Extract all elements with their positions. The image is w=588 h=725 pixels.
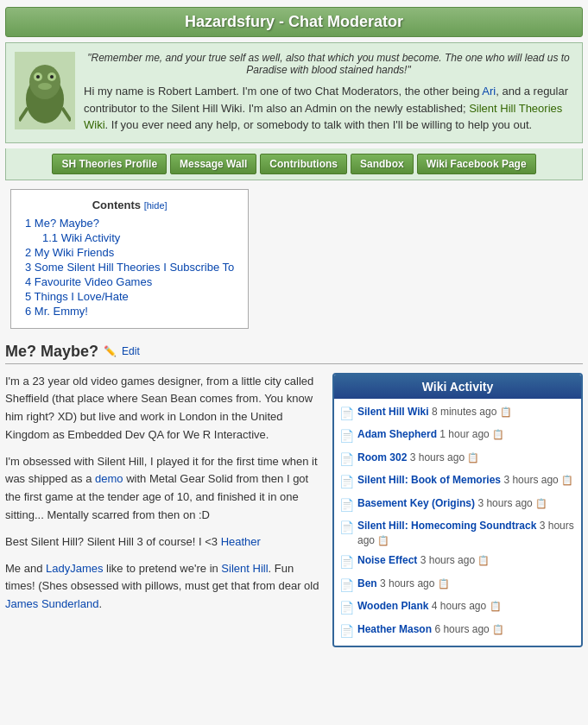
avatar <box>15 52 75 129</box>
list-item: 6 Mr. Emmy! <box>25 305 234 318</box>
list-item: 4 Favourite Video Games <box>25 275 234 288</box>
ari-link[interactable]: Ari <box>482 85 496 98</box>
para1: I'm a 23 year old video games designer, … <box>5 373 322 444</box>
contents-link-3[interactable]: 3 Some Silent Hill Theories I Subscribe … <box>25 261 234 274</box>
activity-link[interactable]: Silent Hill Wiki <box>357 406 429 418</box>
message-wall-button[interactable]: Message Wall <box>170 154 256 174</box>
activity-item: 📄 Silent Hill: Homecoming Soundtrack 3 h… <box>339 516 576 551</box>
para3: Best Silent Hill? Silent Hill 3 of cours… <box>5 533 322 552</box>
edit-icon: 📄 <box>339 577 354 595</box>
ladyjames-link[interactable]: LadyJames <box>46 562 103 575</box>
contents-title: Contents [hide] <box>25 199 234 211</box>
activity-item: 📄 Adam Shepherd 1 hour ago 📋 <box>339 425 576 448</box>
wiki-facebook-button[interactable]: Wiki Facebook Page <box>417 154 536 174</box>
activity-header: Wiki Activity <box>334 375 581 399</box>
list-item: 5 Things I Love/Hate <box>25 290 234 303</box>
contents-link-1-1[interactable]: 1.1 Wiki Activity <box>42 231 120 244</box>
list-item: 2 My Wiki Friends <box>25 246 234 259</box>
svg-point-6 <box>38 83 52 90</box>
edit-icon: 📄 <box>339 623 354 640</box>
contents-link-2[interactable]: 2 My Wiki Friends <box>25 246 114 259</box>
contents-hide-link[interactable]: [hide] <box>144 200 168 211</box>
activity-link[interactable]: Room 302 <box>357 451 407 463</box>
bio-section: "Remember me, and your true self as well… <box>5 42 583 143</box>
sandbox-button[interactable]: Sandbox <box>351 154 414 174</box>
activity-item: 📄 Room 302 3 hours ago 📋 <box>339 448 576 471</box>
activity-link[interactable]: Adam Shepherd <box>357 428 437 440</box>
activity-item: 📄 Wooden Plank 4 hours ago 📋 <box>339 596 576 620</box>
svg-point-4 <box>36 75 40 79</box>
list-item: 1 Me? Maybe? <box>25 217 234 230</box>
activity-link[interactable]: Basement Key (Origins) <box>357 497 475 509</box>
sh-theories-profile-button[interactable]: SH Theories Profile <box>52 154 167 174</box>
activity-link[interactable]: Wooden Plank <box>357 600 428 612</box>
page-header: Hazardsfury - Chat Moderator <box>5 7 583 37</box>
contents-link-5[interactable]: 5 Things I Love/Hate <box>25 290 129 303</box>
list-item: 3 Some Silent Hill Theories I Subscribe … <box>25 261 234 274</box>
activity-box: Wiki Activity 📄 Silent Hill Wiki 8 minut… <box>332 373 583 648</box>
bio-body: Hi my name is Robert Lambert. I'm one of… <box>84 83 573 134</box>
edit-icon: 📄 <box>339 497 354 514</box>
two-col-layout: I'm a 23 year old video games designer, … <box>5 373 583 648</box>
edit-icon: 📄 <box>339 554 354 571</box>
list-item: 1.1 Wiki Activity <box>25 231 234 244</box>
edit-icon: 📄 <box>339 428 354 445</box>
activity-item: 📄 Ben 3 hours ago 📋 <box>339 574 576 597</box>
svg-line-7 <box>19 108 28 121</box>
edit-icon: 📄 <box>339 520 354 537</box>
activity-item: 📄 Basement Key (Origins) 3 hours ago 📋 <box>339 494 576 517</box>
para4: Me and LadyJames like to pretend we're i… <box>5 560 322 614</box>
contents-link-1[interactable]: 1 Me? Maybe? <box>25 217 99 230</box>
activity-link[interactable]: Silent Hill: Book of Memories <box>357 474 501 486</box>
contents-box: Contents [hide] 1 Me? Maybe? 1.1 Wiki Ac… <box>10 189 249 329</box>
pencil-icon: ✏️ <box>104 345 117 357</box>
bio-quote: "Remember me, and your true self as well… <box>84 52 573 76</box>
activity-item: 📄 Noise Effect 3 hours ago 📋 <box>339 551 576 574</box>
svg-point-5 <box>50 75 54 79</box>
edit-link-me[interactable]: Edit <box>122 345 140 357</box>
svg-line-8 <box>62 108 71 121</box>
activity-list: 📄 Silent Hill Wiki 8 minutes ago 📋 📄 Ada… <box>334 399 581 646</box>
activity-link[interactable]: Silent Hill: Homecoming Soundtrack <box>357 520 536 532</box>
activity-link[interactable]: Heather Mason <box>357 623 432 635</box>
contributions-button[interactable]: Contributions <box>260 154 347 174</box>
activity-item: 📄 Heather Mason 6 hours ago 📋 <box>339 620 576 643</box>
activity-link[interactable]: Ben <box>357 577 377 589</box>
page-title: Hazardsfury - Chat Moderator <box>15 13 573 31</box>
section-me: Me? Maybe? ✏️Edit I'm a 23 year old vide… <box>5 343 583 648</box>
activity-item: 📄 Silent Hill Wiki 8 minutes ago 📋 <box>339 402 576 426</box>
nav-buttons: SH Theories Profile Message Wall Contrib… <box>5 148 583 180</box>
edit-icon: 📄 <box>339 474 354 491</box>
heather-link[interactable]: Heather <box>221 535 261 548</box>
contents-link-4[interactable]: 4 Favourite Video Games <box>25 275 152 288</box>
james-link[interactable]: James Sunderland <box>5 597 98 610</box>
sh-link[interactable]: Silent Hill <box>221 562 268 575</box>
activity-item: 📄 Silent Hill: Book of Memories 3 hours … <box>339 470 576 494</box>
demo-link[interactable]: demo <box>95 472 123 485</box>
left-col: I'm a 23 year old video games designer, … <box>5 373 322 623</box>
edit-icon: 📄 <box>339 451 354 469</box>
para2: I'm obsessed with Silent Hill, I played … <box>5 453 322 525</box>
contents-list: 1 Me? Maybe? 1.1 Wiki Activity 2 My Wiki… <box>25 217 234 318</box>
activity-link[interactable]: Noise Effect <box>357 554 417 566</box>
svg-point-1 <box>29 65 60 99</box>
contents-link-6[interactable]: 6 Mr. Emmy! <box>25 305 88 318</box>
main-content: Contents [hide] 1 Me? Maybe? 1.1 Wiki Ac… <box>5 189 583 648</box>
edit-icon: 📄 <box>339 600 354 617</box>
edit-icon: 📄 <box>339 406 354 423</box>
bio-text: "Remember me, and your true self as well… <box>84 52 573 134</box>
section-heading-me: Me? Maybe? ✏️Edit <box>5 343 583 364</box>
